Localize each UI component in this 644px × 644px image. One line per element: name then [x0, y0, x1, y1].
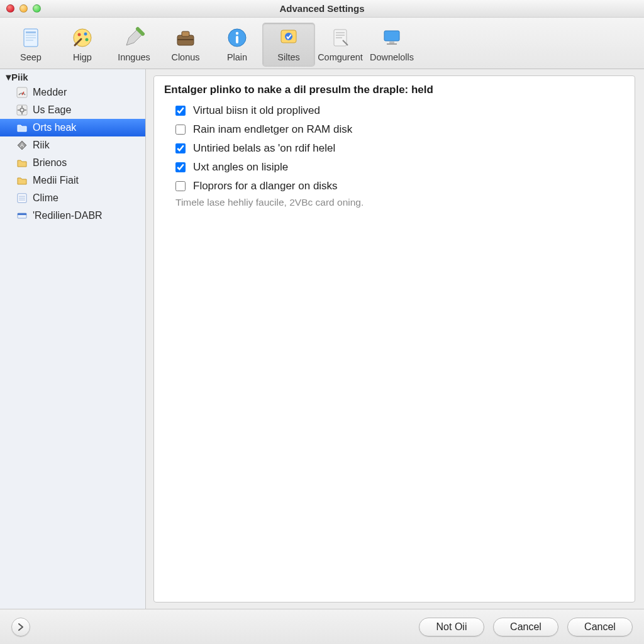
option-checkbox[interactable] — [175, 106, 186, 116]
toolbar-tab-seep[interactable]: Seep — [5, 23, 57, 66]
sidebar-item[interactable]: Medder — [0, 84, 145, 101]
toolbar-tab-label: Clonus — [171, 52, 199, 62]
gauge-icon — [16, 87, 28, 98]
toolbar-tab-comgurent[interactable]: Comgurent — [314, 23, 366, 66]
svg-rect-10 — [182, 31, 189, 36]
window-controls — [6, 4, 41, 13]
sidebar-item[interactable]: Us Eage — [0, 101, 145, 119]
option-row[interactable]: Untiried belals as 'on rdif helel — [164, 139, 625, 158]
toolbar-tab-clonus[interactable]: Clonus — [160, 23, 211, 66]
minimize-window-button[interactable] — [19, 4, 28, 13]
option-row[interactable]: Floprors for a dlanger on disks — [164, 177, 625, 196]
svg-rect-1 — [26, 31, 36, 33]
sidebar-item[interactable]: 'Redilien-DABR — [0, 207, 145, 225]
arrow-right-icon — [16, 623, 25, 631]
footer: Not OiiCancelCancel — [0, 609, 644, 644]
sidebar-item-label: Brienos — [33, 157, 67, 169]
gear-icon — [16, 104, 28, 116]
toolbar-tab-downelolls[interactable]: Downelolls — [366, 23, 418, 66]
sidebar-item-label: Us Eage — [33, 104, 71, 116]
sidebar-item[interactable]: Clime — [0, 189, 145, 207]
sidebar-item-label: Riik — [33, 140, 50, 151]
svg-point-8 — [86, 38, 89, 42]
toolbar-tab-label: Inngues — [118, 52, 150, 62]
folder2-icon — [16, 175, 28, 186]
footer-button[interactable]: Cancel — [493, 618, 558, 636]
svg-rect-37 — [18, 213, 26, 215]
svg-rect-3 — [26, 37, 36, 38]
panel-hint: Timele lase hehliy faucile, 2VBc card on… — [164, 197, 625, 208]
option-label: Floprors for a dlanger on disks — [193, 180, 338, 192]
toolbar-tab-label: Comgurent — [318, 52, 363, 62]
folder2-icon — [16, 157, 28, 169]
pencil-icon — [122, 26, 146, 50]
toolbar-tab-label: Plain — [227, 52, 247, 62]
option-label: Uxt angles on lisiple — [193, 161, 288, 174]
option-row[interactable]: Virtual biisn it old proplived — [164, 101, 625, 120]
svg-rect-14 — [236, 36, 238, 43]
option-label: Virtual biisn it old proplived — [193, 104, 320, 117]
footer-button[interactable]: Cancel — [567, 618, 633, 636]
option-row[interactable]: Rain inam endletger on RAM disk — [164, 120, 625, 139]
option-row[interactable]: Uxt angles on lisiple — [164, 158, 625, 177]
option-checkbox[interactable] — [175, 143, 186, 153]
sidebar-root[interactable]: ▼ Piik — [0, 70, 145, 84]
svg-point-13 — [236, 32, 238, 35]
toolbar-tab-plain[interactable]: Plain — [211, 23, 263, 66]
drive-icon — [16, 210, 28, 221]
zoom-window-button[interactable] — [33, 4, 41, 13]
sidebar-item-label: Clime — [33, 192, 58, 204]
sidebar-item[interactable]: ARiik — [0, 136, 145, 154]
toolbar-tab-siltes[interactable]: Siltes — [263, 23, 314, 66]
content-wrap: Entalger plinko to nake a dil presulm th… — [146, 69, 644, 609]
palette-icon — [70, 26, 94, 50]
svg-rect-2 — [26, 35, 36, 36]
sidebar-item-label: Orts heak — [33, 122, 76, 133]
option-checkbox[interactable] — [175, 125, 186, 135]
sidebar-item-label: Medii Fiait — [33, 175, 79, 186]
sidebar-root-label: Piik — [11, 72, 28, 82]
option-checkbox[interactable] — [175, 162, 186, 172]
tag-icon: A — [16, 140, 28, 151]
svg-rect-4 — [26, 40, 33, 41]
option-checkbox[interactable] — [175, 181, 186, 191]
svg-point-7 — [84, 33, 87, 36]
sidebar-item-label: 'Redilien-DABR — [33, 210, 103, 221]
option-label: Rain inam endletger on RAM disk — [193, 123, 352, 136]
footer-button[interactable]: Not Oii — [419, 618, 484, 636]
svg-rect-22 — [389, 42, 394, 43]
svg-rect-23 — [387, 43, 397, 45]
shield-icon — [277, 26, 301, 50]
sidebar-item[interactable]: Medii Fiait — [0, 172, 145, 189]
toolbar-tab-label: Seep — [20, 52, 42, 62]
option-label: Untiried belals as 'on rdif helel — [193, 142, 335, 155]
disclosure-triangle-icon[interactable]: ▼ — [4, 72, 11, 82]
content-panel: Entalger plinko to nake a dil presulm th… — [153, 75, 635, 602]
monitor-icon — [380, 26, 404, 50]
svg-rect-19 — [336, 35, 345, 36]
close-window-button[interactable] — [6, 4, 14, 13]
toolbox-icon — [174, 26, 197, 50]
svg-point-16 — [285, 33, 292, 40]
doc-icon — [19, 26, 43, 50]
panel-heading: Entalger plinko to nake a dil presulm th… — [164, 84, 625, 96]
help-button[interactable] — [11, 618, 30, 636]
toolbar: SeepHigpInnguesClonusPlainSiltesComguren… — [0, 18, 644, 69]
svg-text:A: A — [20, 142, 24, 148]
list-icon — [16, 192, 28, 204]
svg-rect-20 — [336, 37, 342, 38]
toolbar-tab-inngues[interactable]: Inngues — [108, 23, 160, 66]
sidebar: ▼ Piik MedderUs EageOrts heakARiikBrieno… — [0, 69, 146, 609]
svg-rect-24 — [17, 87, 27, 97]
page-icon — [328, 26, 352, 50]
toolbar-tab-label: Siltes — [277, 52, 299, 62]
body: ▼ Piik MedderUs EageOrts heakARiikBrieno… — [0, 69, 644, 609]
svg-rect-18 — [336, 32, 345, 33]
sidebar-item[interactable]: Orts heak — [0, 119, 145, 136]
sidebar-item-label: Medder — [33, 87, 67, 98]
sidebar-item[interactable]: Brienos — [0, 154, 145, 172]
titlebar: Advanced Settings — [0, 0, 644, 18]
svg-rect-21 — [384, 31, 399, 41]
svg-point-6 — [78, 33, 81, 36]
toolbar-tab-higp[interactable]: Higp — [57, 23, 108, 66]
